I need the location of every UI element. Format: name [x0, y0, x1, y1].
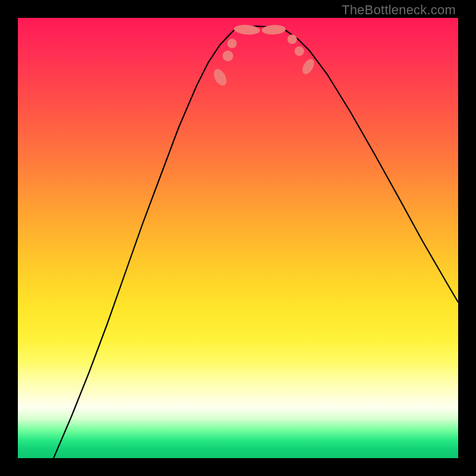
curve-right: [286, 30, 458, 302]
marker-group: [211, 24, 317, 87]
data-marker: [262, 24, 286, 35]
data-marker: [223, 51, 233, 61]
watermark-text: TheBottleneck.com: [342, 2, 456, 18]
data-marker: [300, 57, 317, 76]
data-marker: [287, 35, 297, 44]
curve-layer: [18, 18, 458, 458]
data-marker: [227, 39, 237, 48]
data-marker: [211, 67, 229, 88]
plot-area: [18, 18, 458, 458]
chart-frame: TheBottleneck.com: [0, 0, 476, 476]
curve-left: [54, 30, 234, 458]
data-marker: [295, 46, 304, 56]
